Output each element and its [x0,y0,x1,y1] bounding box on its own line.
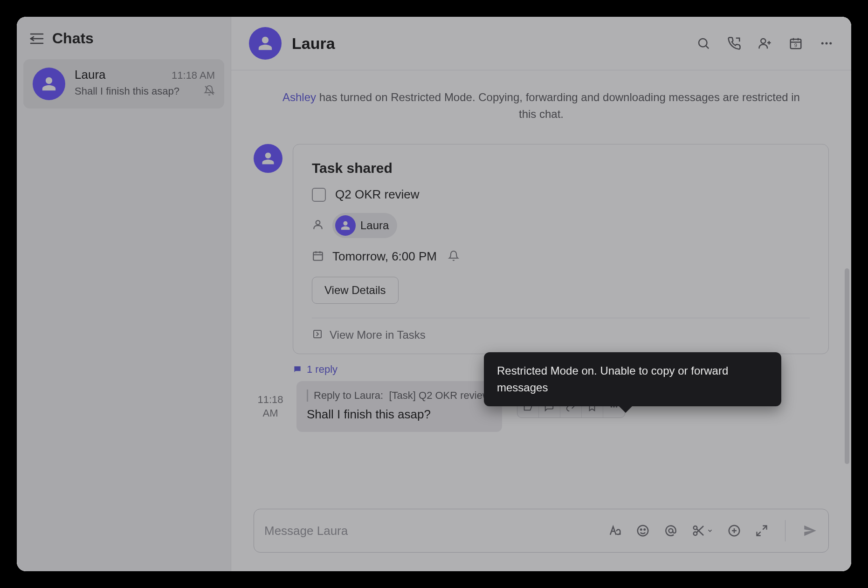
more-icon[interactable] [820,36,834,50]
svg-point-28 [641,529,642,530]
person-icon [312,219,324,232]
composer [254,509,829,553]
calendar-icon[interactable]: 9 [789,36,803,50]
task-card-title: Task shared [312,160,810,176]
svg-text:9: 9 [794,42,797,48]
reply-bubble[interactable]: Reply to Laura: [Task] Q2 OKR review Sha… [296,381,502,432]
chat-main: Laura 9 Ashley h [231,17,851,571]
svg-line-38 [763,526,766,530]
open-external-icon [312,328,323,342]
sidebar-title: Chats [52,30,94,47]
expand-icon[interactable] [755,524,768,537]
divider [312,318,810,318]
task-name[interactable]: Q2 OKR review [335,187,420,202]
task-checkbox[interactable] [312,188,326,202]
reply-quote: Reply to Laura: [Task] Q2 OKR review [307,390,490,402]
add-user-icon[interactable] [758,36,772,50]
send-button[interactable] [802,523,818,539]
search-icon[interactable] [696,36,710,50]
assignee-avatar [335,215,356,236]
chat-header-avatar[interactable] [249,27,282,60]
avatar [33,68,65,100]
chat-body: Ashley has turned on Restricted Mode. Co… [231,70,851,500]
svg-point-14 [821,42,824,45]
emoji-icon[interactable] [636,524,650,538]
chat-list-item[interactable]: Laura 11:18 AM Shall I finish this asap? [23,59,224,109]
format-icon[interactable] [608,524,622,538]
svg-point-32 [694,532,697,536]
svg-point-4 [699,39,707,47]
system-message-actor: Ashley [282,91,316,103]
sidebar: Chats Laura 11:18 AM Shall I finish this… [17,17,231,571]
assignee-chip[interactable]: Laura [332,213,397,238]
view-more-label: View More in Tasks [330,328,426,342]
message-avatar[interactable] [254,144,282,173]
bell-icon [448,250,459,263]
chat-item-preview: Shall I finish this asap? [75,85,179,97]
chat-header: Laura 9 [231,17,851,70]
message-input[interactable] [264,524,608,538]
svg-point-15 [826,42,828,45]
view-details-button[interactable]: View Details [312,277,399,304]
svg-rect-18 [313,252,323,260]
svg-point-17 [316,220,320,225]
system-message: Ashley has turned on Restricted Mode. Co… [273,89,809,123]
call-icon[interactable] [727,36,741,50]
svg-line-5 [706,46,709,49]
svg-point-29 [644,529,646,530]
svg-point-27 [638,526,648,536]
view-more-in-tasks[interactable]: View More in Tasks [312,328,810,342]
reply-text: Shall I finish this asap? [307,407,490,422]
assignee-name: Laura [360,219,389,232]
snip-icon[interactable] [692,524,713,538]
restricted-mode-tooltip: Restricted Mode on. Unable to copy or fo… [484,352,781,406]
system-message-text: has turned on Restricted Mode. Copying, … [316,91,800,120]
svg-line-39 [757,532,761,535]
svg-point-16 [829,42,832,45]
svg-point-6 [761,39,765,43]
task-card: Task shared Q2 OKR review L [293,144,829,354]
reply-count-label: 1 reply [307,363,338,376]
svg-point-30 [669,529,673,533]
mention-icon[interactable] [664,524,678,538]
scrollbar[interactable] [845,268,849,464]
chat-header-title: Laura [292,34,686,53]
mute-icon [204,85,215,98]
menu-icon[interactable] [30,33,44,45]
svg-rect-22 [314,330,321,338]
calendar-small-icon [312,250,324,264]
chat-item-time: 11:18 AM [172,69,215,82]
reply-timestamp: 11:18 AM [254,393,287,420]
chat-item-name: Laura [75,68,106,82]
add-attachment-icon[interactable] [727,524,741,538]
svg-point-31 [694,526,697,530]
separator [785,520,785,541]
task-due: Tomorrow, 6:00 PM [332,249,437,264]
